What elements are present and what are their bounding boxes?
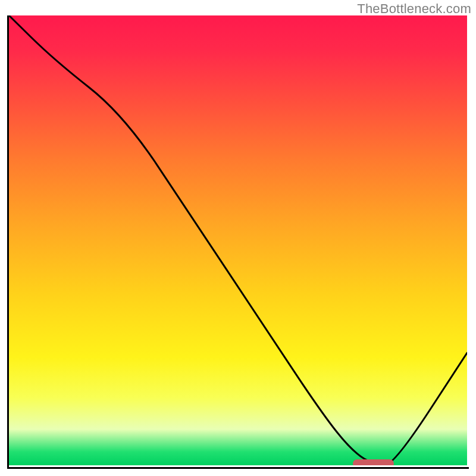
- chart-stage: TheBottleneck.com: [0, 0, 476, 476]
- bottleneck-curve: [9, 15, 467, 465]
- optimum-marker: [353, 459, 394, 465]
- plot-area: [9, 15, 467, 465]
- watermark-text: TheBottleneck.com: [357, 1, 471, 17]
